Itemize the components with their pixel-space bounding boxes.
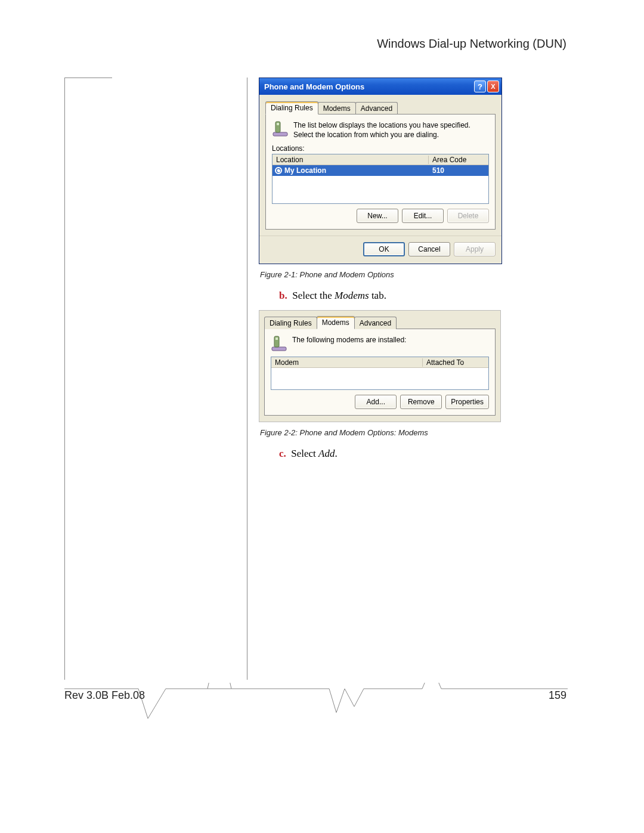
- dialog-body: Dialing Rules Modems Advanced Th: [259, 95, 501, 236]
- content-rule: [247, 78, 247, 680]
- header-areacode[interactable]: Area Code: [429, 156, 488, 164]
- tab-advanced-2[interactable]: Advanced: [354, 317, 397, 329]
- step-b-text-3: tab.: [369, 290, 386, 301]
- tab-modems[interactable]: Modems: [318, 102, 356, 114]
- dialog-titlebar[interactable]: Phone and Modem Options ? X: [259, 78, 501, 95]
- header-attached-to[interactable]: Attached To: [423, 358, 488, 367]
- step-c-letter: c.: [279, 448, 286, 459]
- properties-button[interactable]: Properties: [445, 395, 489, 409]
- margin-rule-top: [64, 78, 112, 78]
- phone-modem-dialog: Phone and Modem Options ? X Dialing Rule…: [259, 78, 502, 264]
- listbox-header: Location Area Code: [273, 154, 488, 165]
- header-location[interactable]: Location: [273, 156, 429, 164]
- tab-advanced[interactable]: Advanced: [355, 102, 398, 114]
- tab-dialing-rules-2[interactable]: Dialing Rules: [264, 317, 317, 329]
- tab-strip: Dialing Rules Modems Advanced: [265, 101, 496, 114]
- dialog-info-text: The list below displays the locations yo…: [293, 120, 489, 140]
- cancel-button[interactable]: Cancel: [408, 242, 450, 256]
- dialog-footer: OK Cancel Apply: [259, 236, 501, 264]
- step-b-letter: b.: [279, 290, 287, 301]
- modems-listbox-header: Modem Attached To: [271, 357, 488, 368]
- document-page: Windows Dial-up Networking (DUN) Phone a…: [0, 0, 644, 833]
- location-areacode: 510: [429, 166, 488, 175]
- edit-button[interactable]: Edit...: [402, 209, 444, 223]
- close-button[interactable]: X: [487, 80, 499, 92]
- delete-button: Delete: [447, 209, 489, 223]
- phone-modem-icon-2: [271, 335, 287, 352]
- tab-dialing-rules[interactable]: Dialing Rules: [265, 101, 318, 114]
- tab-panel-dialing-rules: The list below displays the locations yo…: [265, 114, 496, 230]
- header-modem[interactable]: Modem: [271, 358, 423, 367]
- footer-page-number: 159: [549, 689, 566, 702]
- footer-revision: Rev 3.0B Feb.08: [64, 689, 145, 702]
- step-b: b. Select the Modems tab.: [279, 290, 503, 302]
- radio-selected-icon: [275, 167, 282, 174]
- margin-rule-left: [64, 78, 65, 680]
- phone-modem-icon: [272, 120, 289, 137]
- new-button[interactable]: New...: [357, 209, 398, 223]
- ok-button[interactable]: OK: [363, 242, 405, 256]
- svg-rect-3: [272, 347, 286, 351]
- tab-strip-2: Dialing Rules Modems Advanced: [264, 315, 496, 329]
- remove-button[interactable]: Remove: [400, 395, 442, 409]
- step-c-text-1: Select: [291, 448, 318, 459]
- help-button[interactable]: ?: [474, 80, 486, 92]
- svg-rect-5: [275, 337, 278, 340]
- modems-info-text: The following modems are installed:: [292, 335, 406, 345]
- figure-caption-1: Figure 2-1: Phone and Modem Options: [260, 270, 503, 279]
- step-c-text-2: Add: [318, 448, 335, 459]
- step-b-text-1: Select the: [292, 290, 335, 301]
- step-c-text-3: .: [335, 448, 337, 459]
- apply-button: Apply: [454, 242, 496, 256]
- locations-label: Locations:: [272, 144, 489, 153]
- locations-listbox[interactable]: Location Area Code My Location 510: [272, 154, 489, 204]
- step-c: c. Select Add.: [279, 448, 503, 460]
- location-row-selected[interactable]: My Location 510: [273, 165, 488, 176]
- add-button[interactable]: Add...: [355, 395, 397, 409]
- figure-caption-2: Figure 2-2: Phone and Modem Options: Mod…: [260, 428, 503, 437]
- svg-rect-0: [273, 132, 287, 136]
- svg-rect-2: [277, 123, 279, 125]
- page-header: Windows Dial-up Networking (DUN): [377, 37, 566, 51]
- location-name: My Location: [284, 166, 326, 175]
- content-column: Phone and Modem Options ? X Dialing Rule…: [259, 78, 503, 468]
- tab-modems-2[interactable]: Modems: [317, 316, 355, 329]
- dialog-title: Phone and Modem Options: [264, 82, 364, 91]
- tab-panel-modems: The following modems are installed: Mode…: [264, 329, 496, 416]
- modems-listbox[interactable]: Modem Attached To: [271, 357, 489, 390]
- step-b-text-2: Modems: [335, 290, 369, 301]
- phone-modem-dialog-modems-partial: Dialing Rules Modems Advanced The follow…: [259, 310, 501, 422]
